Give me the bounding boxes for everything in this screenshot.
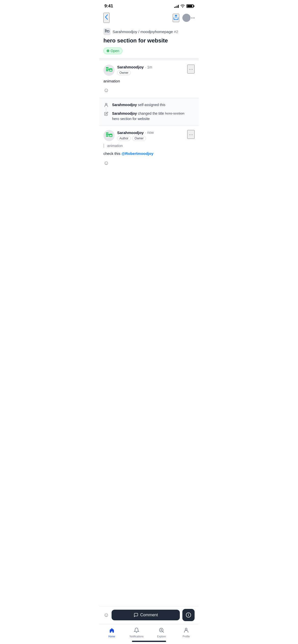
nav-bar	[99, 11, 199, 26]
time-ago-2: · now	[145, 130, 154, 135]
activity-item-1: Sarahmoodjoy self-assigned this	[103, 102, 195, 108]
second-comment: Sarahmoodjoy · now Author Owner ··· anim…	[99, 126, 199, 170]
repo-path: Sarahmoodjoy / moodjoyhomepage #2	[113, 30, 178, 34]
signal-bars-icon	[174, 4, 179, 8]
svg-rect-11	[106, 133, 109, 134]
time-ago-1: · 1m	[145, 65, 152, 69]
dot-1	[191, 17, 193, 19]
person-icon	[103, 102, 109, 108]
svg-rect-0	[105, 30, 107, 30]
svg-rect-4	[104, 65, 114, 75]
author-name-row-2: Sarahmoodjoy · now	[117, 130, 154, 135]
activity-text-2: Sarahmoodjoy changed the title hero sect…	[112, 111, 195, 122]
dot-2	[193, 17, 195, 19]
separator-1	[99, 58, 199, 61]
open-label: Open	[111, 49, 119, 53]
issue-header: Sarahmoodjoy / moodjoyhomepage #2 hero s…	[99, 26, 199, 58]
author-name-row-1: Sarahmoodjoy · 1m	[117, 65, 152, 69]
role-badge-owner-2: Owner	[132, 136, 146, 141]
activity-item-2: Sarahmoodjoy changed the title hero sect…	[103, 111, 195, 122]
status-time: 9:41	[104, 4, 113, 9]
avatar	[182, 14, 191, 22]
activity-section: Sarahmoodjoy self-assigned this Sarahmoo…	[99, 98, 199, 126]
wifi-icon	[180, 4, 185, 8]
svg-rect-10	[104, 130, 114, 141]
repo-avatar	[103, 28, 111, 35]
mention: @Robertmoodjoy	[121, 151, 153, 156]
author-name-2: Sarahmoodjoy	[117, 130, 144, 135]
role-badges-2: Author Owner	[117, 136, 154, 141]
more-button-1[interactable]: ···	[187, 65, 195, 74]
issue-title: hero section for website	[103, 37, 195, 45]
more-button-2[interactable]: ···	[187, 130, 195, 139]
pencil-icon	[103, 111, 109, 116]
role-badges-1: Owner	[117, 70, 152, 75]
author-name-1: Sarahmoodjoy	[117, 65, 144, 69]
author-row-1: Sarahmoodjoy · 1m Owner	[103, 65, 152, 76]
svg-rect-7	[106, 70, 109, 71]
quote-block: animation	[103, 144, 195, 148]
comment-header-2: Sarahmoodjoy · now Author Owner ···	[103, 130, 195, 141]
emoji-button-1[interactable]: ☺	[103, 87, 109, 93]
status-icons	[174, 4, 194, 8]
author-info-2: Sarahmoodjoy · now Author Owner	[117, 130, 154, 141]
activity-text-1: Sarahmoodjoy self-assigned this	[112, 102, 195, 108]
back-button[interactable]	[103, 13, 110, 23]
svg-rect-2	[105, 32, 107, 32]
battery-icon	[186, 4, 194, 8]
share-button[interactable]	[173, 14, 179, 22]
svg-rect-5	[106, 67, 109, 68]
svg-rect-13	[106, 136, 109, 137]
nav-right	[173, 14, 195, 22]
open-dot-icon	[107, 50, 109, 52]
emoji-button-2[interactable]: ☺	[103, 160, 109, 166]
comment-header-1: Sarahmoodjoy · 1m Owner ···	[103, 65, 195, 76]
role-badge-author: Author	[117, 136, 131, 141]
author-row-2: Sarahmoodjoy · now Author Owner	[103, 130, 154, 141]
role-badge-owner: Owner	[117, 70, 131, 75]
comment-body-1: animation	[103, 78, 195, 84]
repo-info: Sarahmoodjoy / moodjoyhomepage #2	[103, 28, 195, 35]
svg-point-9	[105, 103, 107, 105]
author-info-1: Sarahmoodjoy · 1m Owner	[117, 65, 152, 75]
status-bar: 9:41	[99, 0, 199, 11]
open-badge: Open	[103, 48, 123, 54]
avatar-1	[103, 65, 115, 76]
avatar-area	[182, 14, 195, 22]
avatar-2	[103, 130, 115, 141]
comment-body-2: check this @Robertmoodjoy	[103, 151, 195, 157]
first-comment: Sarahmoodjoy · 1m Owner ··· animation ☺	[99, 61, 199, 98]
